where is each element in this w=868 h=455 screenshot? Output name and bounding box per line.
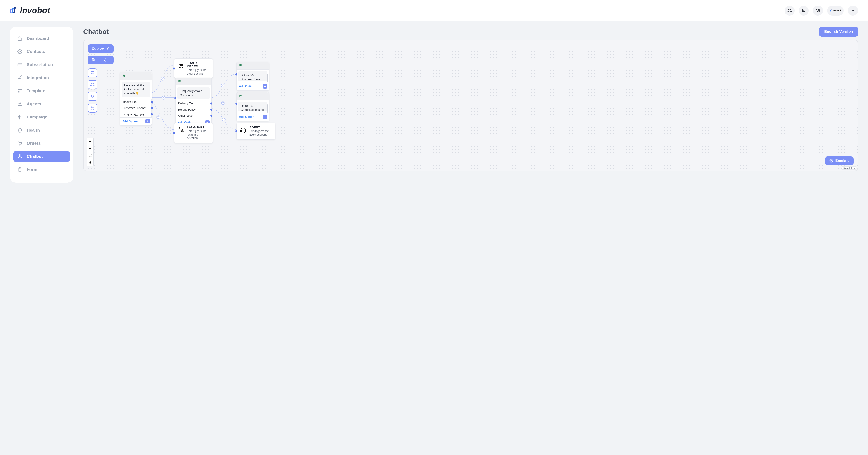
svg-rect-36 bbox=[241, 130, 242, 132]
flow-icon bbox=[17, 154, 23, 159]
sidebar-item-label: Orders bbox=[27, 141, 41, 146]
sidebar-item-health[interactable]: Health bbox=[13, 124, 70, 136]
megaphone-icon bbox=[17, 115, 23, 120]
svg-point-13 bbox=[19, 103, 20, 104]
sidebar-item-form[interactable]: Form bbox=[13, 164, 70, 176]
node-start-option[interactable]: Track Order bbox=[120, 99, 152, 105]
svg-rect-12 bbox=[18, 91, 20, 92]
node-start-option[interactable]: Customer Support bbox=[120, 105, 152, 111]
chat-icon bbox=[239, 94, 242, 98]
node-agent[interactable]: AGENTThis triggers the agent support. bbox=[237, 123, 275, 140]
node-faq-message: Frequently Asked Questions bbox=[178, 87, 210, 99]
cart-icon bbox=[178, 62, 184, 69]
node-start[interactable]: Here are all the topics I can help you w… bbox=[120, 72, 152, 125]
svg-point-26 bbox=[92, 109, 92, 110]
sidebar-item-agents[interactable]: Agents bbox=[13, 98, 70, 110]
tool-cart-icon[interactable] bbox=[88, 103, 97, 113]
scrollbar-icon[interactable] bbox=[267, 74, 268, 82]
workspace-chip[interactable]: Invobot bbox=[827, 6, 844, 16]
sidebar-item-label: Form bbox=[27, 167, 37, 172]
sidebar-item-label: Agents bbox=[27, 101, 41, 107]
svg-rect-6 bbox=[830, 10, 831, 11]
sidebar-item-dashboard[interactable]: Dashboard bbox=[13, 33, 70, 44]
svg-rect-4 bbox=[791, 11, 792, 12]
node-faq-option[interactable]: Other issue bbox=[176, 113, 211, 119]
sidebar-item-label: Dashboard bbox=[27, 36, 49, 41]
svg-rect-37 bbox=[245, 130, 246, 132]
play-icon bbox=[829, 159, 833, 163]
sidebar-item-label: Integration bbox=[27, 75, 49, 80]
reset-button[interactable]: Reset bbox=[88, 56, 114, 64]
add-option-link[interactable]: Add Option bbox=[122, 120, 138, 123]
sidebar-item-orders[interactable]: Orders bbox=[13, 138, 70, 149]
workspace-dropdown-icon[interactable] bbox=[848, 6, 858, 16]
tool-language-icon[interactable] bbox=[88, 92, 97, 101]
sidebar-item-chatbot[interactable]: Chatbot bbox=[13, 151, 70, 162]
svg-rect-2 bbox=[13, 7, 16, 13]
template-icon bbox=[17, 88, 23, 94]
version-button[interactable]: English Version bbox=[819, 27, 858, 37]
zoom-out-button[interactable] bbox=[87, 145, 93, 152]
svg-rect-25 bbox=[94, 85, 94, 86]
sidebar-item-integration[interactable]: Integration bbox=[13, 72, 70, 84]
page-title: Chatbot bbox=[83, 28, 109, 35]
plus-icon[interactable]: + bbox=[263, 115, 267, 119]
fit-view-button[interactable] bbox=[87, 152, 93, 159]
shield-icon bbox=[17, 127, 23, 133]
history-icon bbox=[104, 58, 107, 62]
plus-icon[interactable]: + bbox=[145, 119, 150, 123]
brand-logo-icon bbox=[10, 7, 18, 14]
node-faq-option[interactable]: Delivery Time bbox=[176, 101, 211, 107]
node-faq-option[interactable]: Refund Policy bbox=[176, 107, 211, 113]
svg-marker-43 bbox=[831, 160, 832, 161]
svg-rect-9 bbox=[18, 63, 22, 66]
node-language[interactable]: LANGUAGEThis triggers the language selec… bbox=[174, 123, 213, 143]
add-option-link[interactable]: Add Option bbox=[239, 85, 254, 88]
sidebar-item-template[interactable]: Template bbox=[13, 85, 70, 97]
node-title: AGENT bbox=[249, 126, 272, 129]
rocket-icon bbox=[106, 47, 110, 51]
svg-rect-5 bbox=[830, 10, 830, 11]
sidebar: Dashboard Contacts Subscription Integrat… bbox=[10, 27, 73, 183]
tool-agent-icon[interactable] bbox=[88, 80, 97, 89]
sidebar-item-campaign[interactable]: Campaign bbox=[13, 111, 70, 123]
plus-icon[interactable]: + bbox=[263, 84, 267, 89]
deploy-button[interactable]: Deploy bbox=[88, 44, 114, 53]
translate-icon bbox=[178, 126, 184, 134]
add-option-link[interactable]: Add Option bbox=[239, 115, 254, 119]
svg-point-8 bbox=[19, 51, 21, 52]
support-icon[interactable] bbox=[784, 6, 795, 16]
cart-icon bbox=[17, 141, 23, 146]
svg-rect-24 bbox=[91, 85, 91, 86]
node-title: TRACK ORDER bbox=[187, 61, 210, 68]
node-refund[interactable]: Refund & Cancellation is not supported O… bbox=[237, 92, 269, 121]
tool-message-icon[interactable] bbox=[88, 68, 97, 77]
node-subtitle: This triggers the order tracking. bbox=[187, 68, 210, 75]
svg-rect-0 bbox=[10, 9, 11, 13]
svg-rect-7 bbox=[831, 9, 831, 11]
dark-mode-icon[interactable] bbox=[799, 6, 809, 16]
svg-point-29 bbox=[162, 96, 165, 99]
node-delivery[interactable]: Within 3-5 Buisness Days Subjected to Ad… bbox=[237, 62, 269, 91]
node-start-option[interactable]: Language(عربي) bbox=[120, 111, 152, 118]
lock-button[interactable] bbox=[87, 159, 93, 166]
brand-name: Invobot bbox=[20, 6, 50, 16]
sidebar-item-subscription[interactable]: Subscription bbox=[13, 59, 70, 70]
svg-point-14 bbox=[20, 103, 22, 104]
flow-canvas[interactable]: Deploy Reset bbox=[83, 40, 858, 171]
emulate-button[interactable]: Emulate bbox=[825, 156, 854, 165]
node-start-message: Here are all the topics I can help you w… bbox=[122, 82, 150, 97]
canvas-controls bbox=[87, 138, 94, 166]
svg-point-27 bbox=[93, 109, 94, 110]
card-icon bbox=[17, 62, 23, 67]
zoom-in-button[interactable] bbox=[87, 138, 93, 145]
sidebar-item-contacts[interactable]: Contacts bbox=[13, 46, 70, 57]
svg-rect-11 bbox=[18, 89, 22, 90]
headset-icon bbox=[240, 126, 247, 134]
svg-point-31 bbox=[221, 84, 224, 87]
language-switch[interactable]: AR bbox=[813, 6, 823, 16]
sidebar-item-label: Chatbot bbox=[27, 154, 43, 159]
scrollbar-icon[interactable] bbox=[267, 104, 268, 113]
node-track-order[interactable]: TRACK ORDERThis triggers the order track… bbox=[174, 58, 213, 79]
node-faq[interactable]: Frequently Asked Questions Delivery Time… bbox=[176, 78, 212, 127]
